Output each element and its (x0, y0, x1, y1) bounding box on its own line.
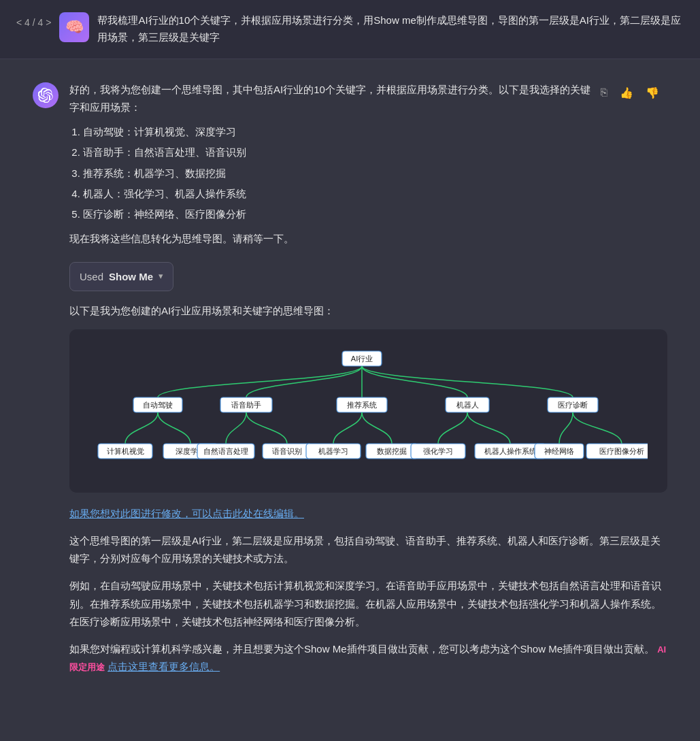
nav-pagination[interactable]: < 4 / 4 > (16, 15, 51, 31)
copy-button[interactable]: ⎘ (598, 84, 610, 102)
svg-text:机器学习: 机器学习 (318, 447, 348, 455)
used-label: Used (80, 268, 103, 286)
chevron-down-icon: ▾ (159, 269, 163, 284)
svg-text:语音识别: 语音识别 (272, 447, 302, 455)
below-map-text: 以下是我为您创建的AI行业应用场景和关键字的思维导图： (69, 302, 667, 320)
svg-text:医疗图像分析: 医疗图像分析 (599, 447, 644, 455)
svg-text:机器人操作系统: 机器人操作系统 (484, 447, 536, 455)
transition-paragraph: 现在我将这些信息转化为思维导图。请稍等一下。 (69, 230, 598, 248)
openai-logo-icon (38, 88, 53, 103)
svg-text:自动驾驶: 自动驾驶 (143, 401, 173, 409)
svg-text:计算机视觉: 计算机视觉 (106, 447, 144, 455)
svg-text:机器人: 机器人 (456, 401, 478, 409)
top-bar: < 4 / 4 > 🧠 帮我梳理AI行业的10个关键字，并根据应用场景进行分类，… (0, 0, 700, 59)
description-2: 例如，在自动驾驶应用场景中，关键技术包括计算机视觉和深度学习。在语音助手应用场景… (69, 577, 667, 631)
used-showme-pill[interactable]: Used Show Me ▾ (69, 262, 173, 292)
intro-paragraph: 好的，我将为您创建一个思维导图，其中包括AI行业的10个关键字，并根据应用场景进… (69, 81, 598, 117)
keyword-list: 自动驾驶：计算机视觉、深度学习 语音助手：自然语言处理、语音识别 推荐系统：机器… (83, 123, 598, 223)
ai-body-text: 好的，我将为您创建一个思维导图，其中包括AI行业的10个关键字，并根据应用场景进… (69, 81, 598, 255)
prompt-text: 帮我梳理AI行业的10个关键字，并根据应用场景进行分类，用Show me制作成思… (97, 12, 684, 46)
dislike-button[interactable]: 👎 (643, 84, 662, 102)
description-1: 这个思维导图的第一层级是AI行业，第二层级是应用场景，包括自动驾驶、语音助手、推… (69, 532, 667, 568)
prompt-icon: 🧠 (59, 12, 89, 42)
edit-link[interactable]: 如果您想对此图进行修改，可以点击此处在线编辑。 (69, 505, 667, 523)
svg-text:医疗诊断: 医疗诊断 (558, 401, 588, 409)
ai-action-buttons: ⎘ 👍 👎 (598, 84, 662, 102)
list-item: 医疗诊断：神经网络、医疗图像分析 (83, 205, 598, 223)
list-item: 推荐系统：机器学习、数据挖掘 (83, 165, 598, 182)
svg-text:语音助手: 语音助手 (231, 401, 261, 409)
description-3: 如果您对编程或计算机科学感兴趣，并且想要为这个Show Me插件项目做出贡献，您… (69, 640, 667, 676)
svg-text:强化学习: 强化学习 (423, 447, 453, 455)
avatar (33, 82, 59, 108)
ai-response-block: 好的，我将为您创建一个思维导图，其中包括AI行业的10个关键字，并根据应用场景进… (33, 81, 667, 686)
svg-text:自然语言处理: 自然语言处理 (203, 447, 248, 455)
list-item: 机器人：强化学习、机器人操作系统 (83, 185, 598, 203)
ai-response-content: 好的，我将为您创建一个思维导图，其中包括AI行业的10个关键字，并根据应用场景进… (69, 81, 667, 686)
bottom-link[interactable]: 点击这里查看更多信息。 (107, 661, 220, 672)
list-item: 语音助手：自然语言处理、语音识别 (83, 144, 598, 161)
main-content: 好的，我将为您创建一个思维导图，其中包括AI行业的10个关键字，并根据应用场景进… (0, 59, 700, 719)
svg-text:神经网络: 神经网络 (544, 447, 574, 455)
desc3-pre: 如果您对编程或计算机科学感兴趣，并且想要为这个Show Me插件项目做出贡献，您… (69, 643, 654, 655)
svg-text:数据挖掘: 数据挖掘 (377, 447, 407, 455)
plugin-name: Show Me (109, 268, 153, 286)
svg-text:推荐系统: 推荐系统 (347, 401, 377, 409)
mindmap-svg: .node-box { fill: white; stroke: #4a90d9… (90, 343, 648, 479)
mindmap-container: .node-box { fill: white; stroke: #4a90d9… (69, 329, 667, 493)
svg-text:AI行业: AI行业 (350, 355, 372, 363)
list-item: 自动驾驶：计算机视觉、深度学习 (83, 123, 598, 141)
like-button[interactable]: 👍 (617, 84, 636, 102)
